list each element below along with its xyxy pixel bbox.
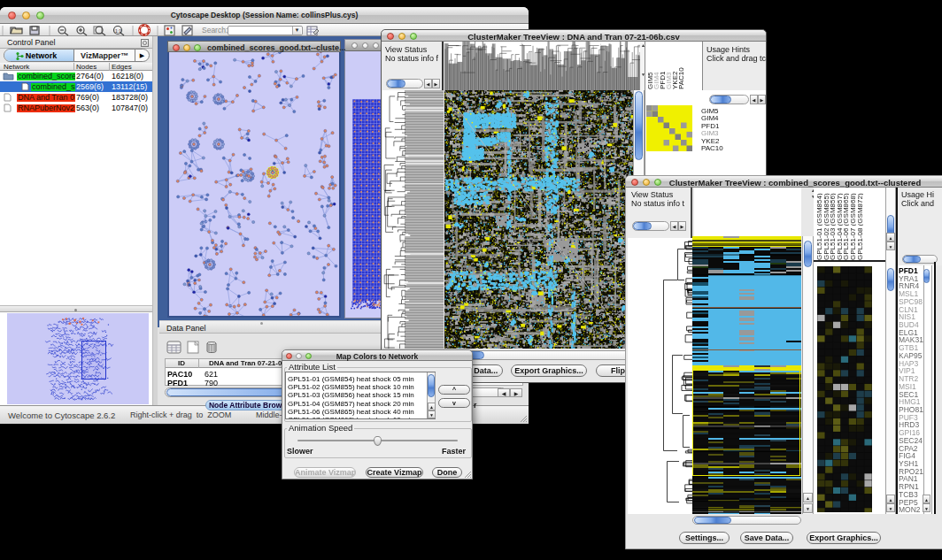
- svg-text:Search:: Search:: [202, 26, 228, 35]
- svg-text:1:1: 1:1: [115, 28, 121, 34]
